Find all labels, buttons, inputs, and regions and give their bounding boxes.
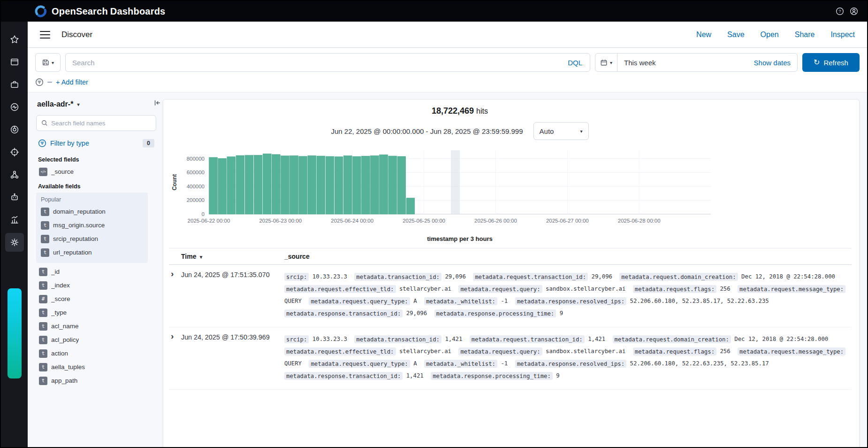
menu-icon[interactable] <box>40 31 50 39</box>
help-icon[interactable]: ? <box>835 7 845 16</box>
documents-table: Time▼ _source ›Jun 24, 2025 @ 17:51:35.0… <box>169 248 852 390</box>
field-item-msg_origin.source[interactable]: tmsg_origin.source <box>38 218 146 232</box>
refresh-button[interactable]: ↻ Refresh <box>802 53 860 72</box>
star-icon[interactable] <box>5 30 24 49</box>
field-key-chip: metadata.request.query: <box>458 285 542 293</box>
field-search-input[interactable] <box>51 120 151 127</box>
show-dates-button[interactable]: Show dates <box>754 59 797 67</box>
field-item-_id[interactable]: t_id <box>36 265 148 278</box>
field-value: sandbox.stellarcyber.ai <box>546 348 625 355</box>
field-item-acl_name[interactable]: tacl_name <box>36 319 148 333</box>
crosshair-icon[interactable] <box>5 143 24 162</box>
window-icon[interactable] <box>5 53 24 71</box>
field-key-chip: metadata.request.message_type: <box>738 348 845 355</box>
field-key-chip: metadata.response.processing_time: <box>431 372 553 380</box>
sort-desc-icon[interactable]: ▼ <box>198 255 203 260</box>
svg-text:2025-06-26 00:00: 2025-06-26 00:00 <box>474 218 517 224</box>
field-name: app_path <box>51 377 77 384</box>
svg-text:0: 0 <box>202 211 205 217</box>
nav-action-share[interactable]: Share <box>795 31 815 39</box>
nav-action-inspect[interactable]: Inspect <box>830 31 855 39</box>
histogram-chart[interactable]: 02000004000006000008000002025-06-22 00:0… <box>169 145 852 246</box>
donut-chart-icon[interactable] <box>5 120 24 139</box>
global-header: OpenSearchDashboards ? <box>1 1 867 22</box>
field-value: 1,421 <box>406 372 424 379</box>
nav-action-open[interactable]: Open <box>761 31 779 39</box>
field-key-chip: metadata._whitelist: <box>424 297 497 305</box>
expand-row-icon[interactable]: › <box>169 333 181 382</box>
refresh-icon: ↻ <box>814 59 820 66</box>
field-item-_type[interactable]: t_type <box>36 306 148 319</box>
bar-chart-icon[interactable] <box>5 210 24 229</box>
field-type-icon: </> <box>39 168 47 176</box>
field-name: msg_origin.source <box>53 222 105 229</box>
field-type-icon: t <box>39 309 47 317</box>
expand-row-icon[interactable]: › <box>169 270 181 319</box>
field-item-acl_policy[interactable]: tacl_policy <box>36 333 148 347</box>
field-item-aella_tuples[interactable]: taella_tuples <box>36 360 148 374</box>
svg-text:timestamp per 3 hours: timestamp per 3 hours <box>427 235 492 242</box>
search-input[interactable] <box>66 54 560 71</box>
field-value: 10.33.23.3 <box>312 273 347 280</box>
time-range-value[interactable]: This week <box>617 59 656 67</box>
add-filter-button[interactable]: + Add filter <box>56 78 88 86</box>
svg-text:2025-06-27 00:00: 2025-06-27 00:00 <box>546 218 589 224</box>
field-key-chip: metadata._whitelist: <box>424 360 497 368</box>
briefcase-icon[interactable] <box>5 75 24 94</box>
opensearch-swirl-icon <box>35 5 47 17</box>
filter-bar: + Add filter <box>28 77 867 93</box>
field-type-icon: t <box>41 208 49 216</box>
field-value: 9 <box>556 372 559 379</box>
field-key-chip: metadata.request.flags: <box>633 348 716 355</box>
field-item-action[interactable]: taction <box>36 347 148 360</box>
account-icon[interactable] <box>849 7 859 16</box>
pulse-icon[interactable] <box>5 98 24 116</box>
field-item-srcip_reputation[interactable]: tsrcip_reputation <box>38 232 146 246</box>
field-item-domain_reputation[interactable]: tdomain_reputation <box>38 205 146 218</box>
field-name: _type <box>51 309 67 316</box>
field-name: _index <box>51 282 70 289</box>
field-value: -1 <box>501 298 508 304</box>
field-name: aella_tuples <box>51 363 85 371</box>
field-key-chip: metadata.request.flags: <box>633 285 716 293</box>
field-key-chip: metadata.request.domain_creation: <box>613 335 731 343</box>
field-search-bar <box>36 115 156 131</box>
filter-icon[interactable] <box>35 78 44 86</box>
saved-query-button[interactable]: ▾ <box>35 53 61 72</box>
hits-count: 18,722,469 <box>432 106 474 116</box>
robot-icon[interactable] <box>5 188 24 207</box>
svg-text:2025-06-24 00:00: 2025-06-24 00:00 <box>331 218 373 224</box>
time-column-header[interactable]: Time▼ <box>181 253 284 260</box>
filter-by-type-button[interactable]: Filter by type 0 <box>36 135 156 152</box>
field-item-app_path[interactable]: tapp_path <box>36 374 148 387</box>
gear-icon[interactable] <box>5 233 24 252</box>
field-key-chip: srcip: <box>284 273 309 281</box>
field-value: 52.206.60.180, 52.22.63.235, 52.23.85.17 <box>630 360 769 367</box>
svg-text:2025-06-28 00:00: 2025-06-28 00:00 <box>618 218 661 224</box>
table-row: ›Jun 24, 2025 @ 17:50:39.969srcip: 10.33… <box>169 327 852 390</box>
nav-action-save[interactable]: Save <box>727 31 744 39</box>
field-item-_score[interactable]: #_score <box>36 292 148 306</box>
field-value: 256 <box>720 286 730 292</box>
field-value: Dec 12, 2018 @ 22:54:28.000 <box>741 273 835 280</box>
calendar-button[interactable]: ▾ <box>595 54 617 71</box>
collapse-fields-panel-icon[interactable] <box>153 99 161 108</box>
network-icon[interactable] <box>5 165 24 184</box>
field-item-_index[interactable]: t_index <box>36 278 148 292</box>
field-value: 1,421 <box>588 336 605 342</box>
chevron-down-icon: ▾ <box>580 129 583 134</box>
popular-heading: Popular <box>41 196 143 203</box>
interval-select[interactable]: Auto ▾ <box>533 122 589 140</box>
index-pattern-selector[interactable]: aella-adr-* ▾ <box>36 99 156 108</box>
field-key-chip: metadata.response.processing_time: <box>434 309 556 317</box>
field-item-url_reputation[interactable]: turl_reputation <box>38 246 146 259</box>
field-value: A <box>413 360 417 367</box>
source-column-header: _source <box>284 253 852 260</box>
nav-action-new[interactable]: New <box>696 31 711 39</box>
field-type-icon: t <box>39 281 47 290</box>
filter-separator <box>47 82 52 83</box>
field-key-chip: metadata.request.query_type: <box>309 297 410 305</box>
field-item-_source[interactable]: </>_source <box>36 165 156 178</box>
query-language-button[interactable]: DQL <box>560 59 590 67</box>
svg-text:2025-06-25 00:00: 2025-06-25 00:00 <box>403 218 445 224</box>
